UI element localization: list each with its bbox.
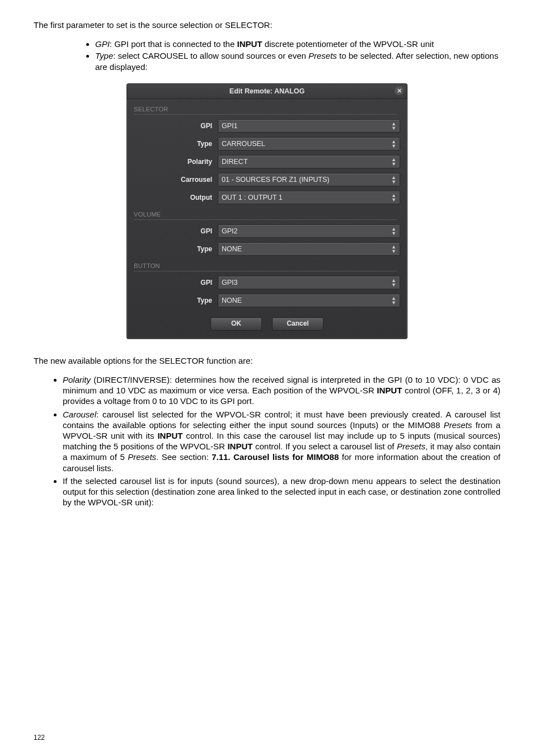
bullet-third: If the selected carousel list is for inp… <box>63 476 500 508</box>
dropdown-button-type[interactable]: NONE ▲▼ <box>218 294 400 307</box>
dropdown-selector-gpi-value: GPI1 <box>222 122 238 130</box>
bullet-carousel-term: Carousel <box>63 410 96 419</box>
dropdown-volume-gpi[interactable]: GPI2 ▲▼ <box>218 224 400 238</box>
edit-remote-dialog: Edit Remote: ANALOG ✕ SELECTOR GPI GPI1 … <box>127 83 407 339</box>
bullet-carousel-input2: INPUT <box>157 431 182 440</box>
bullet-carousel-t1: : carousel list selected for the WPVOL-S… <box>63 410 500 430</box>
bullet-gpi-term: GPI <box>95 39 110 49</box>
bullet-carousel-presets2: Presets <box>397 442 425 451</box>
chevron-updown-icon: ▲▼ <box>391 296 396 305</box>
chevron-updown-icon: ▲▼ <box>391 139 396 148</box>
label-selector-type: Type <box>127 140 218 148</box>
close-icon[interactable]: ✕ <box>395 86 404 95</box>
bullet-gpi-input: INPUT <box>237 39 262 49</box>
dropdown-selector-polarity-value: DIRECT <box>222 158 248 166</box>
dropdown-selector-gpi[interactable]: GPI1 ▲▼ <box>218 119 400 133</box>
bullet-carousel-t6: . See section: <box>156 452 212 462</box>
dropdown-button-type-value: NONE <box>222 297 242 304</box>
chevron-updown-icon: ▲▼ <box>391 245 396 253</box>
intro-paragraph: The first parameter to set is the source… <box>34 20 500 31</box>
dialog-title: Edit Remote: ANALOG <box>229 87 305 95</box>
label-button-gpi: GPI <box>127 279 218 287</box>
bullet-gpi-text2: discrete potentiometer of the WPVOL-SR u… <box>262 39 434 49</box>
chevron-updown-icon: ▲▼ <box>391 175 396 184</box>
bullet-carousel-t4: control. If you select a carousel list o… <box>252 442 397 451</box>
bullet-polarity: Polarity (DIRECT/INVERSE): determines ho… <box>63 374 500 407</box>
lower-bullet-list: Polarity (DIRECT/INVERSE): determines ho… <box>34 374 500 508</box>
chevron-updown-icon: ▲▼ <box>391 121 396 130</box>
label-volume-gpi: GPI <box>127 227 218 235</box>
label-selector-gpi: GPI <box>127 122 218 130</box>
dropdown-button-gpi-value: GPI3 <box>222 279 238 287</box>
chevron-updown-icon: ▲▼ <box>391 227 396 236</box>
bullet-polarity-input: INPUT <box>377 386 402 395</box>
dropdown-selector-type[interactable]: CARROUSEL ▲▼ <box>218 137 400 151</box>
dropdown-selector-carrousel[interactable]: 01 - SOURCES FOR Z1 (INPUTS) ▲▼ <box>218 173 400 186</box>
label-volume-type: Type <box>127 245 218 253</box>
button-section-head: BUTTON <box>134 262 397 271</box>
mid-paragraph: The new available options for the SELECT… <box>34 356 500 367</box>
chevron-updown-icon: ▲▼ <box>391 157 396 166</box>
dropdown-button-gpi[interactable]: GPI3 ▲▼ <box>218 276 400 289</box>
label-selector-carrousel: Carrousel <box>127 176 218 184</box>
cancel-button[interactable]: Cancel <box>272 317 324 331</box>
dropdown-volume-type[interactable]: NONE ▲▼ <box>218 242 400 256</box>
bullet-gpi: GPI: GPI port that is connected to the I… <box>95 39 500 50</box>
bullet-third-text: If the selected carousel list is for inp… <box>63 476 500 507</box>
bullet-carousel-secref: 7.11. Carousel lists for MIMO88 <box>212 452 339 462</box>
bullet-type-term: Type <box>95 51 113 60</box>
dropdown-selector-type-value: CARROUSEL <box>222 140 265 148</box>
chevron-updown-icon: ▲▼ <box>391 193 396 202</box>
bullet-polarity-term: Polarity <box>63 375 91 384</box>
bullet-gpi-text1: : GPI port that is connected to the <box>110 39 237 49</box>
dropdown-selector-output[interactable]: OUT 1 : OUTPUT 1 ▲▼ <box>218 191 400 204</box>
bullet-carousel-presets3: Presets <box>128 452 156 462</box>
selector-section-head: SELECTOR <box>134 106 397 115</box>
volume-section-head: VOLUME <box>134 211 397 220</box>
chevron-updown-icon: ▲▼ <box>391 278 396 287</box>
dropdown-volume-type-value: NONE <box>222 245 242 253</box>
dropdown-volume-gpi-value: GPI2 <box>222 227 238 235</box>
dropdown-selector-carrousel-value: 01 - SOURCES FOR Z1 (INPUTS) <box>222 176 329 184</box>
bullet-carousel-presets1: Presets <box>443 420 472 430</box>
bullet-type-text1: : select CAROUSEL to allow sound sources… <box>113 51 308 60</box>
page-number: 122 <box>34 734 45 741</box>
label-selector-output: Output <box>127 194 218 201</box>
bullet-type: Type: select CAROUSEL to allow sound sou… <box>95 50 500 72</box>
label-selector-polarity: Polarity <box>127 158 218 166</box>
bullet-carousel-input3: INPUT <box>227 442 252 451</box>
dialog-title-bar: Edit Remote: ANALOG ✕ <box>127 84 407 99</box>
ok-button[interactable]: OK <box>210 317 262 331</box>
top-bullet-list: GPI: GPI port that is connected to the I… <box>34 39 500 73</box>
bullet-type-presets: Presets <box>308 51 337 60</box>
bullet-carousel: Carousel: carousel list selected for the… <box>63 409 500 473</box>
dropdown-selector-output-value: OUT 1 : OUTPUT 1 <box>222 194 283 201</box>
label-button-type: Type <box>127 297 218 304</box>
dropdown-selector-polarity[interactable]: DIRECT ▲▼ <box>218 155 400 168</box>
